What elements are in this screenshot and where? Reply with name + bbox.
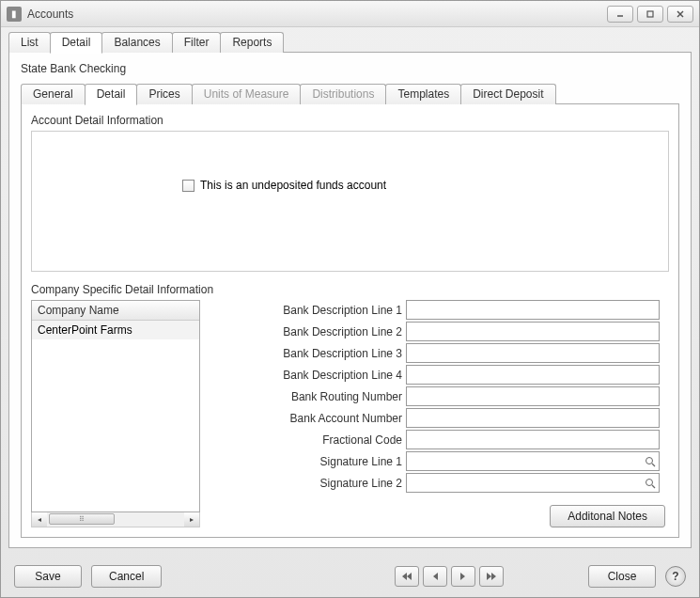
subtab-templates[interactable]: Templates (385, 84, 461, 104)
input-bank-desc-3[interactable] (406, 343, 660, 363)
hscroll-thumb[interactable]: ⠿ (49, 513, 115, 525)
subtab-distributions[interactable]: Distributions (300, 84, 386, 104)
nav-buttons (395, 566, 504, 587)
close-footer-button[interactable]: Close (588, 565, 656, 588)
row-bank-desc-4: Bank Description Line 4 (223, 365, 660, 385)
svg-point-4 (646, 457, 653, 464)
label-fractional: Fractional Code (223, 433, 406, 447)
company-list-header[interactable]: Company Name (32, 301, 199, 321)
section-account-detail-info: Account Detail Information (31, 114, 669, 127)
hscroll-right[interactable]: ▸ (184, 512, 199, 527)
content-area: List Detail Balances Filter Reports Stat… (1, 27, 699, 556)
window-title: Accounts (27, 8, 607, 21)
input-sig-2[interactable] (406, 473, 660, 493)
section-company-specific: Company Specific Detail Information (31, 283, 669, 296)
company-list-wrap: Company Name CenterPoint Farms ◂ ⠿ ▸ (31, 300, 200, 527)
label-sig-1: Signature Line 1 (223, 455, 406, 468)
input-account-num[interactable] (406, 408, 660, 428)
undeposited-label: This is an undeposited funds account (200, 179, 386, 192)
svg-line-5 (652, 464, 655, 466)
tab-filter[interactable]: Filter (172, 32, 222, 53)
nav-prev-button[interactable] (423, 566, 447, 587)
row-fractional: Fractional Code (223, 430, 660, 449)
subtab-units-of-measure[interactable]: Units of Measure (192, 84, 302, 104)
help-button[interactable]: ? (665, 566, 686, 587)
nav-next-button[interactable] (451, 566, 475, 587)
company-list-hscrollbar[interactable]: ◂ ⠿ ▸ (31, 512, 200, 527)
input-bank-desc-2[interactable] (406, 322, 660, 341)
close-button[interactable] (667, 6, 693, 23)
row-sig-1: Signature Line 1 (223, 451, 660, 471)
tab-reports[interactable]: Reports (220, 32, 284, 53)
label-account-num: Bank Account Number (223, 412, 406, 425)
field-grid: Bank Description Line 1 Bank Description… (223, 300, 660, 527)
input-bank-desc-4[interactable] (406, 365, 660, 385)
row-bank-desc-3: Bank Description Line 3 (223, 343, 660, 363)
hscroll-track[interactable]: ⠿ (47, 512, 184, 527)
tab-detail[interactable]: Detail (50, 32, 103, 54)
company-section: Company Name CenterPoint Farms ◂ ⠿ ▸ (31, 300, 669, 527)
tab-balances[interactable]: Balances (101, 32, 172, 53)
input-sig-1[interactable] (406, 451, 660, 471)
nav-last-button[interactable] (479, 566, 504, 587)
subtab-detail[interactable]: Detail (85, 84, 138, 105)
label-bank-desc-2: Bank Description Line 2 (223, 325, 406, 338)
company-list-item[interactable]: CenterPoint Farms (32, 321, 199, 339)
row-bank-desc-1: Bank Description Line 1 (223, 300, 660, 320)
row-routing: Bank Routing Number (223, 386, 660, 406)
label-bank-desc-3: Bank Description Line 3 (223, 347, 406, 360)
additional-notes-button[interactable]: Additonal Notes (550, 505, 665, 527)
minimize-button[interactable] (607, 6, 633, 23)
label-routing: Bank Routing Number (223, 390, 406, 403)
account-detail-box: This is an undeposited funds account (31, 131, 669, 272)
app-icon: ▮ (7, 7, 22, 22)
hscroll-left[interactable]: ◂ (32, 512, 47, 527)
label-sig-2: Signature Line 2 (223, 477, 406, 490)
svg-rect-1 (647, 11, 653, 17)
company-list[interactable]: Company Name CenterPoint Farms (31, 300, 200, 512)
detail-subpanel: Account Detail Information This is an un… (21, 103, 679, 538)
subtab-general[interactable]: General (21, 84, 86, 104)
main-panel: State Bank Checking General Detail Price… (8, 52, 692, 548)
tab-list[interactable]: List (8, 32, 51, 53)
main-tabs: List Detail Balances Filter Reports (8, 32, 692, 53)
input-fractional[interactable] (406, 430, 660, 449)
subtab-prices[interactable]: Prices (136, 84, 192, 104)
row-sig-2: Signature Line 2 (223, 473, 660, 493)
save-button[interactable]: Save (14, 565, 82, 588)
label-bank-desc-4: Bank Description Line 4 (223, 369, 406, 382)
subtab-direct-deposit[interactable]: Direct Deposit (460, 84, 555, 104)
cancel-button[interactable]: Cancel (91, 565, 162, 588)
accounts-window: ▮ Accounts List Detail Balances Filter R… (0, 0, 700, 598)
lookup-sig-2-icon[interactable] (643, 476, 658, 491)
input-routing[interactable] (406, 386, 660, 406)
titlebar: ▮ Accounts (1, 1, 699, 27)
undeposited-checkbox[interactable] (182, 180, 194, 192)
row-bank-desc-2: Bank Description Line 2 (223, 322, 660, 341)
lookup-sig-1-icon[interactable] (643, 454, 658, 469)
row-account-num: Bank Account Number (223, 408, 660, 428)
svg-point-6 (646, 479, 653, 485)
sub-tabs: General Detail Prices Units of Measure D… (21, 84, 679, 104)
footer: Save Cancel Close ? (1, 556, 699, 597)
nav-first-button[interactable] (395, 566, 419, 587)
undeposited-row: This is an undeposited funds account (182, 179, 668, 192)
additional-notes-wrap: Additonal Notes (550, 505, 665, 527)
label-bank-desc-1: Bank Description Line 1 (223, 304, 406, 317)
svg-line-7 (652, 485, 655, 488)
input-bank-desc-1[interactable] (406, 300, 660, 320)
window-controls (607, 6, 693, 23)
account-name-label: State Bank Checking (21, 62, 679, 75)
maximize-button[interactable] (637, 6, 663, 23)
